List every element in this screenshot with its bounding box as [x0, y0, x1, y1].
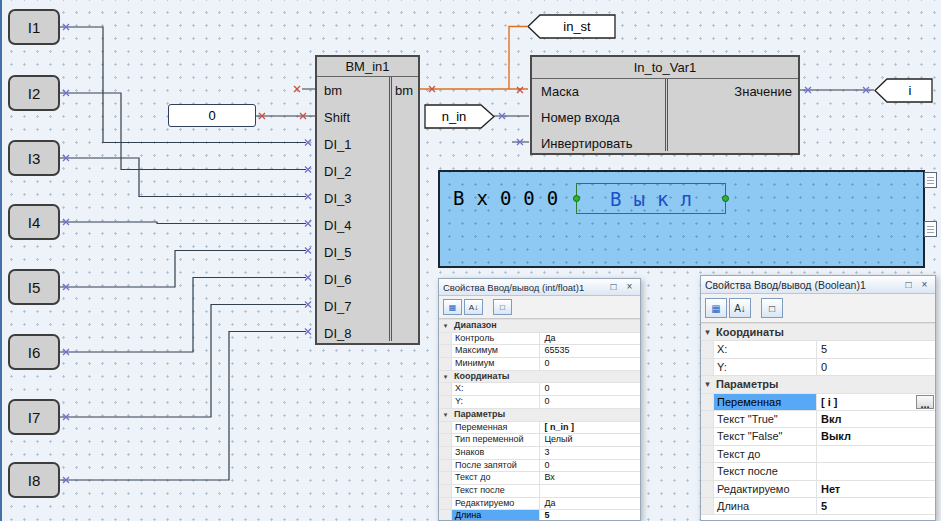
property-value[interactable]: 0	[540, 460, 640, 472]
property-row-текст-до[interactable]: Текст доВх	[439, 472, 640, 485]
selection-handle-right[interactable]	[722, 195, 729, 202]
property-value[interactable]: 5	[817, 341, 935, 357]
close-icon[interactable]: ×	[918, 279, 931, 291]
property-value[interactable]: 5	[817, 498, 935, 514]
property-value[interactable]: Вкл	[817, 411, 935, 427]
property-value[interactable]: Да	[540, 333, 640, 345]
property-row-переменная[interactable]: Переменная[ i ]...	[701, 394, 935, 411]
category-row-параметры[interactable]: ▾Параметры	[701, 376, 935, 393]
property-value[interactable]: 0	[817, 359, 935, 375]
bm-port-di_4[interactable]: DI_4	[317, 212, 418, 239]
chevron-down-icon[interactable]: ▾	[701, 324, 714, 340]
property-row-x-[interactable]: X:5	[701, 341, 935, 358]
property-row-текст-true-[interactable]: Текст "True"Вкл	[701, 411, 935, 428]
sort-alphabetical-button[interactable]: A↓	[464, 299, 483, 315]
input-block-i3[interactable]: I3	[8, 140, 60, 176]
input-block-i6[interactable]: I6	[8, 334, 60, 370]
property-value[interactable]: 5	[540, 510, 640, 520]
property-value[interactable]: 3	[540, 447, 640, 459]
port-znachenie-output[interactable]: Значение	[734, 83, 792, 101]
chevron-down-icon[interactable]: ▾	[439, 409, 452, 421]
property-row-знаков[interactable]: Знаков3	[439, 447, 640, 460]
bm-port-di_6[interactable]: DI_6	[317, 266, 418, 293]
property-value[interactable]: Целый	[540, 434, 640, 446]
property-value[interactable]: Нет	[817, 481, 935, 497]
property-value[interactable]: 0	[540, 358, 640, 370]
property-value[interactable]	[817, 446, 935, 462]
category-row-диапазон[interactable]: ▾Диапазон	[439, 320, 640, 333]
chevron-down-icon[interactable]: ▾	[439, 320, 452, 332]
block-in-to-var1[interactable]: In_to_Var1 МаскаНомер входаИнвертировать…	[530, 55, 800, 155]
categorized-button[interactable]: ▦	[705, 298, 727, 318]
tag-i-output[interactable]: i	[874, 78, 934, 103]
property-row-после-запятой[interactable]: После запятой0	[439, 460, 640, 473]
property-pages-button[interactable]: □	[761, 298, 783, 318]
port-bm-output[interactable]: bm	[395, 82, 413, 100]
chevron-down-icon[interactable]: ▾	[701, 376, 714, 392]
property-row-длина[interactable]: Длина5	[701, 498, 935, 515]
property-value[interactable]: Да	[540, 498, 640, 510]
property-value[interactable]: [ i ]	[817, 394, 915, 410]
tag-in-st-label: in_st	[563, 19, 591, 34]
input-block-i2[interactable]: I2	[8, 75, 60, 111]
category-row-координаты[interactable]: ▾Координаты	[701, 324, 935, 341]
float-window-icon[interactable]: □	[607, 281, 620, 293]
property-value[interactable]	[540, 485, 640, 497]
ellipsis-button[interactable]: ...	[916, 395, 934, 409]
property-row-минимум[interactable]: Минимум0	[439, 358, 640, 371]
bm-port-di_7[interactable]: DI_7	[317, 293, 418, 320]
property-row-текст-после[interactable]: Текст после	[439, 485, 640, 498]
document-icon[interactable]	[924, 172, 937, 188]
property-pages-button[interactable]: □	[493, 299, 512, 315]
input-block-i1[interactable]: I1	[8, 9, 60, 45]
property-value[interactable]: Вх	[540, 472, 640, 484]
property-row-максимум[interactable]: Максимум65535	[439, 345, 640, 358]
property-row-редактируемо[interactable]: РедактируемоНет	[701, 481, 935, 498]
input-block-i4[interactable]: I4	[8, 204, 60, 240]
category-row-координаты[interactable]: ▾Координаты	[439, 371, 640, 384]
bm-port-di_8[interactable]: DI_8	[317, 320, 418, 347]
document-icon[interactable]	[924, 221, 937, 237]
panel-header[interactable]: Свойства Ввод/вывод (Boolean)1 □ ×	[701, 276, 935, 294]
bm-port-shift[interactable]: Shift	[317, 104, 418, 131]
property-row-редактируемо[interactable]: РедактируемоДа	[439, 498, 640, 511]
bm-port-di_1[interactable]: DI_1	[317, 131, 418, 158]
sort-alphabetical-button[interactable]: A↓	[729, 298, 751, 318]
input-block-i8[interactable]: I8	[8, 462, 60, 498]
property-value[interactable]: 0	[540, 383, 640, 395]
property-row-длина[interactable]: Длина5	[439, 510, 640, 520]
selection-handle-left[interactable]	[573, 195, 580, 202]
float-window-icon[interactable]: □	[902, 279, 915, 291]
property-row-текст-до[interactable]: Текст до	[701, 446, 935, 463]
property-row-контроль[interactable]: КонтрольДа	[439, 333, 640, 346]
property-value[interactable]: 65535	[540, 345, 640, 357]
input-block-i5[interactable]: I5	[8, 269, 60, 305]
property-row-текст-после[interactable]: Текст после	[701, 463, 935, 480]
bm-port-di_5[interactable]: DI_5	[317, 239, 418, 266]
constant-block[interactable]: 0	[168, 104, 256, 127]
property-row-текст-false-[interactable]: Текст "False"Выкл	[701, 428, 935, 445]
bm-port-di_3[interactable]: DI_3	[317, 185, 418, 212]
property-value[interactable]: Выкл	[817, 428, 935, 444]
property-value[interactable]: [ n_in ]	[540, 422, 640, 434]
property-row-y-[interactable]: Y:0	[701, 359, 935, 376]
display-text[interactable]: Вх000	[453, 187, 570, 209]
property-row-x-[interactable]: X:0	[439, 383, 640, 396]
property-value[interactable]	[817, 463, 935, 479]
property-value[interactable]: 0	[540, 396, 640, 408]
input-block-i7[interactable]: I7	[8, 399, 60, 435]
bm-port-di_2[interactable]: DI_2	[317, 158, 418, 185]
tag-in-st[interactable]: in_st	[527, 14, 617, 39]
block-bm-in1[interactable]: BM_in1 bmShiftDI_1DI_2DI_3DI_4DI_5DI_6DI…	[315, 55, 420, 345]
categorized-button[interactable]: ▦	[443, 299, 462, 315]
text-display-panel[interactable]: Вх000 Выкл	[438, 170, 925, 268]
panel-header[interactable]: Свойства Ввод/вывод (int/float)1 □ ×	[439, 279, 640, 296]
property-row-тип-переменной[interactable]: Тип переменнойЦелый	[439, 434, 640, 447]
display-selected-element[interactable]: Выкл	[576, 183, 726, 214]
category-row-параметры[interactable]: ▾Параметры	[439, 409, 640, 422]
property-row-переменная[interactable]: Переменная[ n_in ]	[439, 422, 640, 435]
property-row-y-[interactable]: Y:0	[439, 396, 640, 409]
chevron-down-icon[interactable]: ▾	[439, 371, 452, 383]
close-icon[interactable]: ×	[623, 281, 636, 293]
tag-n-in[interactable]: n_in	[424, 104, 495, 129]
